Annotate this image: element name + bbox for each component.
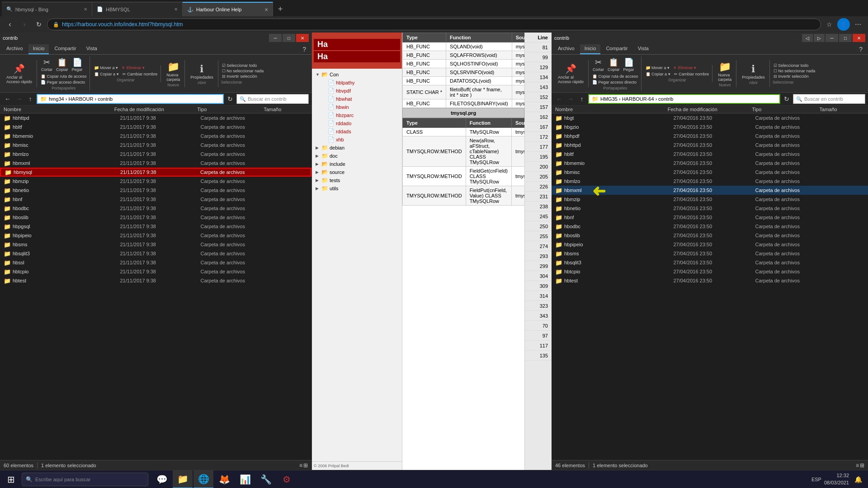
list-item[interactable]: 📁 hbpipeio 27/04/2016 23:50 Carpeta de a… xyxy=(552,240,868,249)
notifications-button[interactable]: 🔔 xyxy=(852,473,864,486)
search-box-right[interactable]: 🔍 Buscar en contrib xyxy=(793,94,865,104)
list-item[interactable]: 📁 hbmisc 21/11/2017 9:38 Carpeta de arch… xyxy=(0,141,311,150)
list-item[interactable]: 📁 hbnf 21/11/2017 9:38 Carpeta de archiv… xyxy=(0,195,311,204)
tree-item[interactable]: 📄 hbwin xyxy=(314,103,400,111)
ribbon-tab-vista-right[interactable]: Vista xyxy=(633,44,653,54)
settings-button[interactable]: ⋯ xyxy=(852,18,864,31)
list-item[interactable]: 📁 hboslib 27/04/2016 23:50 Carpeta de ar… xyxy=(552,231,868,240)
cut-button-left[interactable]: ✂ Cortar xyxy=(40,56,54,73)
list-item[interactable]: 📁 hbmxml 21/11/2017 9:38 Carpeta de arch… xyxy=(0,159,311,168)
list-item[interactable]: 📁 hbmysql 21/11/2017 9:38 Carpeta de arc… xyxy=(0,168,311,177)
delete-button-right[interactable]: ✕ Eliminar ▾ xyxy=(672,65,698,70)
list-item[interactable]: 📁 hbpipeio 21/11/2017 9:38 Carpeta de ar… xyxy=(0,231,311,240)
invert-select-button-right[interactable]: ⊟ Invertir selección xyxy=(773,74,816,79)
tree-item[interactable]: 📄 hbzparc xyxy=(314,111,400,119)
copy-path-button-left[interactable]: 📋 Copiar ruta de acceso xyxy=(40,74,88,79)
new-folder-button-left[interactable]: 📁 Nuevacarpeta xyxy=(165,60,182,83)
taskbar-app-firefox[interactable]: 🦊 xyxy=(214,470,234,488)
properties-button-left[interactable]: ℹ Propiedades xyxy=(189,62,215,80)
tab-close-2[interactable]: ✕ xyxy=(174,7,178,12)
addr-up-left[interactable]: ↑ xyxy=(25,94,35,104)
list-item[interactable]: 📁 hbmemio 27/04/2016 23:50 Carpeta de ar… xyxy=(552,159,868,168)
tree-item[interactable]: ▶ 📁 tests xyxy=(314,176,400,184)
close-button-left[interactable]: ✕ xyxy=(296,34,309,42)
col-name-header-left[interactable]: Nombre xyxy=(4,107,114,112)
list-item[interactable]: 📁 hbodbc 27/04/2016 23:50 Carpeta de arc… xyxy=(552,222,868,231)
addr-back-left[interactable]: ← xyxy=(3,94,13,104)
nav-right-right[interactable]: ▷ xyxy=(814,34,825,42)
tree-item[interactable]: ▶ 📁 doc xyxy=(314,152,400,160)
paste-button-right[interactable]: 📄Pegar xyxy=(622,56,636,73)
addr-refresh-right[interactable]: ↻ xyxy=(782,94,792,104)
back-button[interactable]: ‹ xyxy=(4,18,16,31)
col-size-header-right[interactable]: Tamaño xyxy=(820,107,864,112)
list-item[interactable]: 📁 hbssl 21/11/2017 9:38 Carpeta de archi… xyxy=(0,258,311,267)
list-item[interactable]: 📁 hbnetio 21/11/2017 9:38 Carpeta de arc… xyxy=(0,186,311,195)
nav-left-right[interactable]: ◁ xyxy=(802,34,813,42)
tree-item[interactable]: 📄 hblpathy xyxy=(314,79,400,87)
list-item[interactable]: 📁 hbmlzo 21/11/2017 9:38 Carpeta de arch… xyxy=(0,150,311,159)
tree-item[interactable]: ▶ 📁 debian xyxy=(314,144,400,152)
select-all-button-right[interactable]: ☑ Seleccionar todo xyxy=(773,63,816,68)
taskbar-app-app5[interactable]: 📊 xyxy=(235,470,255,488)
addr-forward-right[interactable]: → xyxy=(566,94,576,104)
search-box-left[interactable]: 🔍 Buscar en contrib xyxy=(236,94,309,104)
view-icon-list-right[interactable]: ≡ xyxy=(856,462,859,469)
list-item[interactable]: 📁 hbmzip 21/11/2017 9:38 Carpeta de arch… xyxy=(0,177,311,186)
view-icon-grid-right[interactable]: ⊞ xyxy=(860,462,864,469)
invert-select-button-left[interactable]: ⊟ Invertir selección xyxy=(221,74,265,79)
list-item[interactable]: 📁 hbtcpio 27/04/2016 23:50 Carpeta de ar… xyxy=(552,267,868,276)
list-item[interactable]: 📁 hbltf 21/11/2017 9:38 Carpeta de archi… xyxy=(0,122,311,131)
paste-access-button-right[interactable]: 📄 Pegar acceso directo xyxy=(591,80,639,85)
tab-close-3[interactable]: ✕ xyxy=(264,7,268,12)
col-type-header-left[interactable]: Tipo xyxy=(197,107,264,112)
profile-button[interactable]: 👤 xyxy=(837,18,850,31)
maximize-button-left[interactable]: □ xyxy=(283,34,295,42)
col-name-header-right[interactable]: Nombre xyxy=(555,107,668,112)
list-item[interactable]: 📁 hbltf 27/04/2016 23:50 Carpeta de arch… xyxy=(552,150,868,159)
forward-button[interactable]: › xyxy=(18,18,31,31)
select-none-button-right[interactable]: ☐ No seleccionar nada xyxy=(773,68,816,74)
addr-back-right[interactable]: ← xyxy=(554,94,564,104)
address-bar[interactable]: 🔒 https://harbour.vouch.info/index.html?… xyxy=(47,19,821,30)
maximize-button-right[interactable]: □ xyxy=(839,34,852,42)
tree-item[interactable]: ▶ 📂 include xyxy=(314,160,400,168)
paste-button-left[interactable]: 📄 Pegar xyxy=(71,56,84,73)
view-icon-list-left[interactable]: ≡ xyxy=(299,462,302,469)
properties-button-right[interactable]: ℹPropiedades xyxy=(740,62,767,80)
list-item[interactable]: 📁 hbhttpd 27/04/2016 23:50 Carpeta de ar… xyxy=(552,141,868,150)
taskbar-app-app6[interactable]: 🔧 xyxy=(256,470,276,488)
addr-refresh-left[interactable]: ↻ xyxy=(225,94,235,104)
rename-button-right[interactable]: ✏ Cambiar nombre xyxy=(673,71,711,77)
select-all-button-left[interactable]: ☑ Seleccionar todo xyxy=(221,63,265,68)
addr-path-left[interactable]: 📁 hmg34 › HARBOUR › contrib xyxy=(37,94,224,104)
tree-item[interactable]: 📄 hbwhat xyxy=(314,95,400,103)
list-item[interactable]: 📁 hbhttpd 21/11/2017 9:38 Carpeta de arc… xyxy=(0,113,311,122)
tree-item[interactable]: 📄 xhb xyxy=(314,136,400,144)
new-folder-button-right[interactable]: 📁Nuevacarpeta xyxy=(716,60,733,83)
list-item[interactable]: 📁 hbsqlit3 21/11/2017 9:38 Carpeta de ar… xyxy=(0,249,311,258)
copy-button-left[interactable]: 📋 Copiar xyxy=(55,56,70,73)
tree-item[interactable]: 📄 hbvpdf xyxy=(314,87,400,95)
copy-to-button-left[interactable]: 📋 Copiar a ▾ xyxy=(93,71,120,77)
ribbon-tab-inicio-right[interactable]: Inicio xyxy=(580,44,601,54)
list-item[interactable]: 📁 hbgt 27/04/2016 23:50 Carpeta de archi… xyxy=(552,113,868,122)
ribbon-tab-compartir-left[interactable]: Compartir xyxy=(50,44,80,54)
minimize-button-right[interactable]: ─ xyxy=(826,34,838,42)
ribbon-help-right[interactable]: ? xyxy=(855,44,866,54)
favorites-button[interactable]: ☆ xyxy=(823,18,835,31)
tree-item[interactable]: ▼ 📂 Con xyxy=(314,70,400,79)
list-item[interactable]: 📁 hbgzio 27/04/2016 23:50 Carpeta de arc… xyxy=(552,122,868,131)
list-item[interactable]: 📁 hbodbc 21/11/2017 9:38 Carpeta de arch… xyxy=(0,204,311,213)
tab-hbmysql[interactable]: 📄 HBMYSQL ✕ xyxy=(92,2,183,16)
list-item[interactable]: 📁 hbtest 27/04/2016 23:50 Carpeta de arc… xyxy=(552,276,868,285)
tree-item[interactable]: ▶ 📂 source xyxy=(314,168,400,176)
taskbar-app-file-explorer[interactable]: 📁 xyxy=(173,470,193,488)
ribbon-help-left[interactable]: ? xyxy=(299,44,310,54)
pin-button-left[interactable]: 📌 Anclar alAcceso rápido xyxy=(5,62,34,85)
list-item[interactable]: 📁 hbsqlit3 27/04/2016 23:50 Carpeta de a… xyxy=(552,258,868,267)
taskbar-app-edge[interactable]: 🌐 xyxy=(193,470,213,488)
copy-button-right[interactable]: 📋Copiar xyxy=(606,56,621,73)
minimize-button-left[interactable]: ─ xyxy=(269,34,282,42)
list-item[interactable]: 📁 hbsms 21/11/2017 9:38 Carpeta de archi… xyxy=(0,240,311,249)
